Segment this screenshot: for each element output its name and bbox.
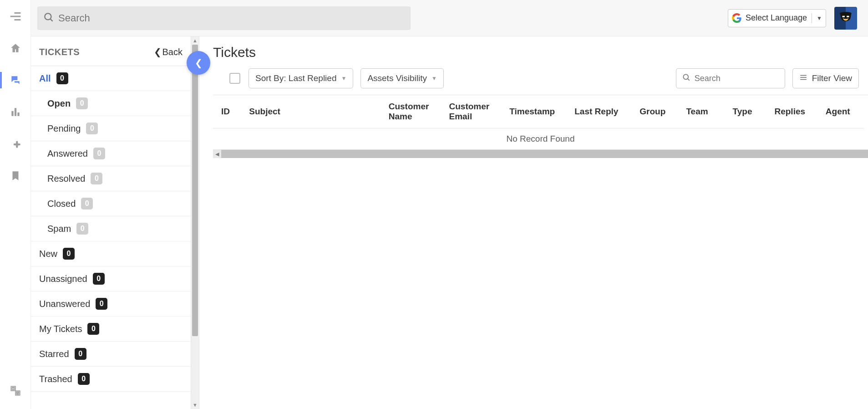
sidebar-item-open[interactable]: Open0 [31, 91, 191, 116]
sidebar-item-mytickets[interactable]: My Tickets0 [31, 317, 191, 342]
sidebar-item-answered[interactable]: Answered0 [31, 141, 191, 166]
filter-label: Filter View [812, 73, 852, 83]
sidebar-item-label: New [39, 249, 57, 259]
scroll-thumb[interactable] [192, 45, 198, 336]
svg-point-3 [683, 74, 688, 79]
top-bar: Select Language ▼ [31, 0, 868, 36]
table-horizontal-scrollbar[interactable]: ◀ [213, 150, 868, 158]
main-content: ❮ Tickets Sort By: Last Replied ▼ Assets… [199, 36, 868, 409]
nav-translate[interactable] [0, 381, 30, 401]
sidebar-item-label: All [39, 73, 51, 84]
sidebar-item-label: Trashed [39, 374, 72, 384]
sidebar-item-label: Closed [47, 199, 76, 209]
sort-label: Sort By: Last Replied [255, 73, 336, 83]
nav-reports[interactable] [0, 102, 30, 122]
column-header[interactable]: Last Reply [566, 95, 631, 128]
tickets-toolbar: Sort By: Last Replied ▼ Assets Visibilit… [213, 68, 868, 88]
column-header[interactable]: Agent [817, 95, 864, 128]
sidebar-item-label: Unassigned [39, 274, 87, 284]
sidebar-item-unanswered[interactable]: Unanswered0 [31, 291, 191, 317]
nav-tickets[interactable] [0, 70, 30, 90]
count-badge: 0 [75, 348, 86, 360]
count-badge: 0 [93, 148, 105, 159]
nav-rail [0, 0, 31, 409]
sidepanel-scrollbar[interactable]: ▲ ▼ [191, 36, 199, 409]
sidebar-item-label: Starred [39, 349, 69, 359]
tickets-search[interactable] [676, 68, 785, 88]
sidebar-item-label: My Tickets [39, 324, 82, 334]
sidebar-item-label: Answered [47, 148, 88, 159]
tickets-table: IDSubjectCustomer NameCustomer EmailTime… [213, 95, 864, 128]
count-badge: 0 [81, 198, 93, 210]
tickets-sidepanel: TICKETS ❮ Back All0Open0Pending0Answered… [31, 36, 199, 409]
count-badge: 0 [96, 298, 107, 310]
sidebar-item-all[interactable]: All0 [31, 66, 191, 91]
count-badge: 0 [56, 72, 68, 84]
count-badge: 0 [86, 123, 98, 134]
column-header[interactable]: Type [725, 95, 766, 128]
sidebar-item-trashed[interactable]: Trashed0 [31, 367, 191, 392]
sort-by-dropdown[interactable]: Sort By: Last Replied ▼ [249, 68, 353, 88]
sidebar-item-pending[interactable]: Pending0 [31, 116, 191, 141]
filter-icon [799, 73, 807, 84]
svg-rect-1 [843, 15, 845, 17]
language-select[interactable]: Select Language ▼ [728, 9, 826, 27]
count-badge: 0 [93, 273, 105, 285]
column-header[interactable]: Group [631, 95, 678, 128]
count-badge: 0 [76, 97, 88, 109]
back-button[interactable]: ❮ Back [154, 46, 183, 57]
global-search-input[interactable] [58, 12, 405, 24]
caret-down-icon: ▼ [431, 75, 437, 82]
tickets-search-input[interactable] [695, 74, 779, 83]
page-title: Tickets [213, 45, 868, 60]
sidebar-item-spam[interactable]: Spam0 [31, 216, 191, 241]
back-label: Back [162, 47, 183, 57]
nav-plugins[interactable] [0, 134, 30, 154]
user-avatar[interactable] [834, 7, 857, 30]
empty-state: No Record Found [213, 128, 868, 150]
column-header[interactable]: Replies [766, 95, 817, 128]
chevron-left-icon: ❮ [195, 57, 203, 68]
assets-label: Assets Visibility [367, 73, 427, 83]
menu-toggle-icon[interactable] [0, 6, 30, 26]
sidebar-item-label: Unanswered [39, 299, 90, 309]
table-header-row: IDSubjectCustomer NameCustomer EmailTime… [213, 95, 864, 128]
google-icon [732, 13, 742, 23]
search-icon [43, 11, 55, 25]
nav-bookmarks[interactable] [0, 166, 30, 186]
caret-down-icon: ▼ [341, 75, 346, 82]
sidebar-item-label: Open [47, 98, 71, 109]
select-all-checkbox[interactable] [229, 73, 240, 84]
count-badge: 0 [76, 223, 88, 235]
column-header[interactable]: ID [213, 95, 241, 128]
sidebar-item-starred[interactable]: Starred0 [31, 342, 191, 367]
column-header[interactable]: Timestamp [501, 95, 566, 128]
collapse-sidepanel-button[interactable]: ❮ [187, 51, 210, 75]
nav-home[interactable] [0, 38, 30, 58]
column-header[interactable]: Customer Name [381, 95, 441, 128]
svg-rect-2 [847, 15, 849, 17]
column-header[interactable]: Subject [241, 95, 380, 128]
sidebar-item-label: Pending [47, 123, 81, 134]
scroll-left-icon[interactable]: ◀ [213, 150, 221, 158]
search-icon [682, 73, 691, 84]
scroll-down-icon[interactable]: ▼ [191, 401, 199, 409]
sidebar-item-new[interactable]: New0 [31, 241, 191, 266]
column-header[interactable]: Customer Email [441, 95, 501, 128]
sidebar-item-unassigned[interactable]: Unassigned0 [31, 266, 191, 291]
sidebar-item-resolved[interactable]: Resolved0 [31, 166, 191, 191]
sidebar-item-label: Resolved [47, 174, 85, 184]
count-badge: 0 [87, 323, 99, 335]
count-badge: 0 [78, 373, 90, 385]
count-badge: 0 [63, 248, 75, 260]
filter-view-button[interactable]: Filter View [792, 68, 859, 88]
scroll-up-icon[interactable]: ▲ [191, 36, 199, 45]
sidepanel-title: TICKETS [39, 47, 80, 57]
chevron-left-icon: ❮ [154, 46, 162, 57]
column-header[interactable]: Team [678, 95, 724, 128]
caret-down-icon: ▼ [817, 15, 822, 21]
global-search[interactable] [37, 6, 411, 30]
assets-visibility-dropdown[interactable]: Assets Visibility ▼ [360, 68, 443, 88]
sidebar-item-closed[interactable]: Closed0 [31, 191, 191, 216]
svg-point-0 [45, 13, 51, 20]
